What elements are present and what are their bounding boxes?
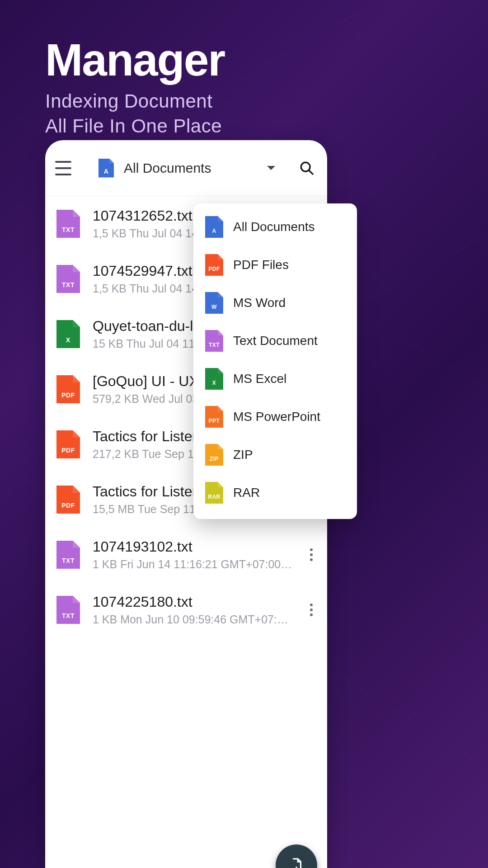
file-type-icon: PDF [205,254,223,276]
file-type-icon: PDF [56,486,80,514]
chevron-down-icon[interactable] [267,166,275,170]
filter-label: All Documents [233,220,315,234]
file-info: 1074225180.txt 1 KB Mon Jun 10 09:59:46 … [93,594,293,626]
filter-label: MS Word [233,296,286,310]
filter-option[interactable]: PDF PDF Files [193,246,357,284]
file-type-icon: X [205,368,223,390]
more-icon[interactable] [305,548,317,561]
file-row[interactable]: TXT 1074193102.txt 1 KB Fri Jun 14 11:16… [45,527,327,582]
hero-subtitle-line2: All File In One Place [45,114,452,139]
filter-option[interactable]: W MS Word [193,284,357,322]
file-info: 1074193102.txt 1 KB Fri Jun 14 11:16:21 … [93,538,293,571]
filter-option[interactable]: PPT MS PowerPoint [193,398,357,436]
filter-label: MS PowerPoint [233,410,320,424]
filter-label: PDF Files [233,258,289,272]
filter-option[interactable]: X MS Excel [193,360,357,398]
menu-icon[interactable] [55,161,71,175]
file-type-icon: X [56,320,80,348]
file-type-icon: TXT [56,210,80,238]
file-type-icon: W [205,292,223,314]
file-type-icon: RAR [205,482,223,504]
svg-point-0 [301,162,310,171]
filter-label: Text Document [233,334,318,348]
app-bar: A All Documents [45,140,327,196]
file-name: 1074225180.txt [93,594,293,610]
file-type-icon: TXT [56,541,80,569]
filter-option[interactable]: RAR RAR [193,474,357,512]
hero-title: Manager [45,36,452,84]
filter-label: ZIP [233,448,253,462]
filter-label: RAR [233,486,260,500]
file-type-icon: A [205,216,223,238]
file-type-icon: PPT [205,406,223,428]
file-type-icon: TXT [56,265,80,293]
file-type-icon: PDF [56,375,80,403]
hero-subtitle-line1: Indexing Document [45,89,452,114]
fab-new-document[interactable] [276,844,317,868]
file-type-icon: PDF [56,430,80,458]
filter-option[interactable]: TXT Text Document [193,322,357,360]
file-type-icon: TXT [56,596,80,624]
more-icon[interactable] [305,604,317,616]
file-type-icon: ZIP [205,444,223,466]
title-dropdown[interactable]: A All Documents [99,159,211,178]
hero-subtitle: Indexing Document All File In One Place [45,89,452,138]
hero-header: Manager Indexing Document All File In On… [45,36,452,138]
filter-label: MS Excel [233,372,286,386]
filter-option[interactable]: A All Documents [193,208,357,246]
filter-option[interactable]: ZIP ZIP [193,436,357,474]
file-meta: 1 KB Fri Jun 14 11:16:21 GMT+07:00 2019 [93,558,293,571]
filter-dropdown-panel: A All Documents PDF PDF Files W MS Word … [193,203,357,519]
svg-line-1 [309,170,313,174]
appbar-title: All Documents [124,160,211,176]
file-row[interactable]: TXT 1074225180.txt 1 KB Mon Jun 10 09:59… [45,582,327,637]
file-meta: 1 KB Mon Jun 10 09:59:46 GMT+07:00 2019 [93,613,293,626]
file-name: 1074193102.txt [93,538,293,555]
search-icon[interactable] [299,160,314,176]
file-type-icon: TXT [205,330,223,352]
